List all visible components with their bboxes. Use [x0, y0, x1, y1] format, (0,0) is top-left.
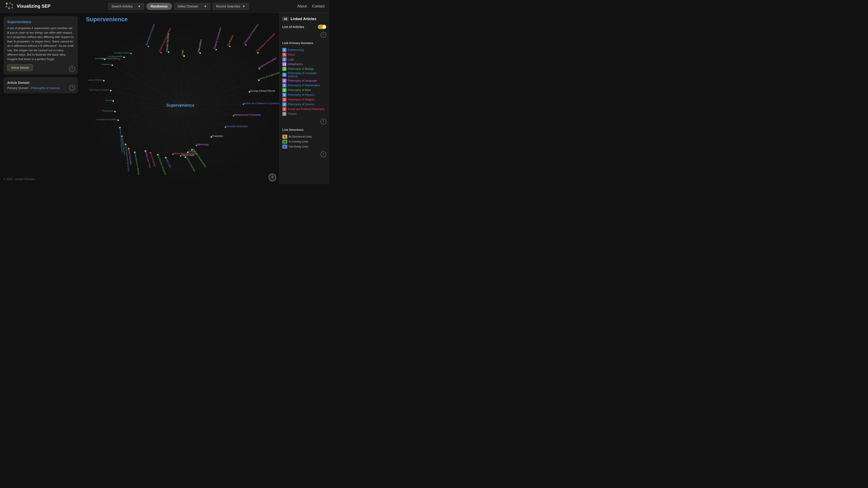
svg-point-115 [114, 111, 116, 112]
directions-help-icon[interactable]: ? [320, 151, 327, 157]
graph-svg[interactable]: Supervenience Naturalism in Epistemology… [81, 24, 279, 184]
svg-text:Scientific Reduction: Scientific Reduction [226, 125, 248, 128]
domain-card-title: Article Domain [7, 81, 74, 85]
direction-item: 6 Out-Going Links [282, 144, 327, 149]
svg-point-127 [119, 59, 120, 60]
svg-text:Metaphysical Grounding: Metaphysical Grounding [234, 113, 261, 116]
svg-text:The Unity of Science: The Unity of Science [89, 89, 110, 91]
domain-primary-value[interactable]: Philosophy of Science [31, 86, 60, 90]
linked-articles-title: Linked Articles [290, 17, 316, 21]
article-details-button[interactable]: Article Details [7, 64, 33, 71]
svg-point-117 [113, 100, 114, 102]
list-of-articles-label: List of Articles [282, 25, 304, 29]
randomize-button[interactable]: Randomize [147, 3, 172, 10]
svg-text:Properties: Properties [212, 135, 223, 137]
graph-title: Supervenience [81, 13, 279, 23]
domain-item[interactable]: 1 Logic [282, 57, 327, 61]
graph-help-icon[interactable]: ? [269, 173, 276, 181]
svg-text:Action at a Distance in Quantu: Action at a Distance in Quantum Mech [244, 102, 279, 105]
list-of-articles-toggle[interactable] [318, 25, 327, 29]
direction-item: 29 In-Coming Links [282, 140, 327, 144]
left-panel: Supervenience A set of properties A supe… [0, 13, 81, 184]
contact-link[interactable]: Contact [312, 4, 324, 8]
domain-item[interactable]: 3 Philosophy of Biology [282, 67, 327, 71]
svg-text:Mereology: Mereology [197, 143, 209, 146]
domain-item[interactable]: 3 Thinker [282, 112, 327, 116]
svg-point-51 [148, 46, 149, 47]
domain-list: 1 Epistemology 4 Ethics 1 Logic 13 Metap… [282, 48, 327, 116]
domain-item[interactable]: 5 Philosophy of Mind [282, 88, 327, 92]
select-domain-dropdown[interactable]: Select Domain ▼ [174, 3, 211, 10]
chevron-down-icon: ▼ [242, 4, 246, 8]
article-title: Supervenience [7, 20, 74, 24]
search-articles-dropdown[interactable]: Search Articles ▼ [108, 3, 144, 10]
domain-item[interactable]: 3 Philosophy of Science [282, 102, 327, 106]
svg-point-57 [183, 55, 185, 57]
domains-help-icon[interactable]: ? [320, 119, 327, 125]
footer: © 2020 - Joseph DiCastro [4, 173, 78, 181]
link-directions-title: Link Directions [282, 128, 327, 131]
graph-area[interactable]: Supervenience Naturalism in Epistemology… [81, 24, 279, 184]
article-help-icon[interactable]: ? [69, 66, 75, 72]
right-panel: 41 Linked Articles List of Articles ? Li… [279, 13, 329, 184]
domain-item[interactable]: 4 Ethics [282, 53, 327, 57]
svg-text:Relations: Relations [102, 63, 111, 66]
svg-point-119 [110, 90, 112, 92]
svg-text:Laws of Nature: Laws of Nature [88, 78, 103, 81]
domain-item[interactable]: 13 Metaphysics [282, 62, 327, 66]
domain-item[interactable]: 1 Epistemology [282, 48, 327, 52]
nav-right: About Contact [297, 4, 324, 8]
chevron-down-icon: ▼ [204, 4, 207, 8]
svg-text:Events: Events [105, 99, 112, 101]
article-info-card: Supervenience A set of properties A supe… [4, 16, 78, 74]
svg-text:Fundamentality: Fundamentality [107, 55, 123, 58]
chevron-down-icon: ▼ [138, 4, 141, 8]
svg-text:Physicalism: Physicalism [102, 109, 114, 112]
nav-center: Search Articles ▼ Randomize Select Domai… [60, 3, 297, 10]
domain-item[interactable]: 2 Philosophy of Religion [282, 98, 327, 102]
svg-point-113 [117, 120, 119, 121]
svg-line-7 [10, 3, 12, 4]
about-link[interactable]: About [297, 4, 307, 8]
svg-point-55 [168, 51, 169, 53]
svg-text:Supervenience: Supervenience [166, 103, 195, 107]
linked-articles-header: 41 Linked Articles [282, 15, 327, 22]
svg-point-129 [123, 57, 125, 58]
list-help-icon[interactable]: ? [320, 32, 327, 38]
article-body: A set of properties A supervenes upon an… [7, 26, 74, 61]
svg-text:Possible Worlds: Possible Worlds [114, 52, 130, 54]
direction-item: 6 Bi-Directional Links [282, 135, 327, 139]
domain-item[interactable]: 1 Philosophy of Language [282, 78, 327, 83]
domain-help-icon[interactable]: ? [69, 85, 75, 91]
domain-card: Article Domain Primary Domain: Philosoph… [4, 77, 78, 93]
logo-icon [4, 1, 14, 11]
svg-text:Emergent Properties: Emergent Properties [96, 118, 117, 121]
directions-list: 6 Bi-Directional Links 29 In-Coming Link… [282, 135, 327, 149]
header: Visualizing SEP Search Articles ▼ Random… [0, 0, 329, 13]
main-layout: Supervenience A set of properties A supe… [0, 13, 329, 184]
linked-count-badge: 41 [282, 17, 289, 21]
domain-item[interactable]: 1 Philosophy of Mathematics [282, 84, 327, 88]
domain-item[interactable]: 1 Philosophy of Computer Science [282, 72, 327, 78]
list-of-articles-row: List of Articles [282, 25, 327, 29]
svg-text:Color: Color [181, 50, 184, 56]
recent-searches-dropdown[interactable]: Recent Searches ▼ [213, 3, 249, 10]
domain-item[interactable]: 1 Social and Political Philosophy [282, 107, 327, 111]
app-title: Visualizing SEP [17, 4, 51, 9]
domain-primary-label: Primary Domain: [7, 86, 29, 90]
domain-item[interactable]: 2 Philosophy of Physics [282, 93, 327, 97]
logo-area: Visualizing SEP [4, 1, 51, 11]
svg-point-121 [103, 80, 105, 82]
domain-row: Primary Domain: Philosophy of Science [7, 86, 74, 90]
svg-text:George Edward Moore: George Edward Moore [250, 90, 275, 92]
svg-point-125 [112, 64, 113, 66]
primary-domains-title: Link Primary Domains [282, 41, 327, 45]
center-panel: Supervenience [81, 13, 279, 184]
svg-point-131 [130, 53, 132, 55]
